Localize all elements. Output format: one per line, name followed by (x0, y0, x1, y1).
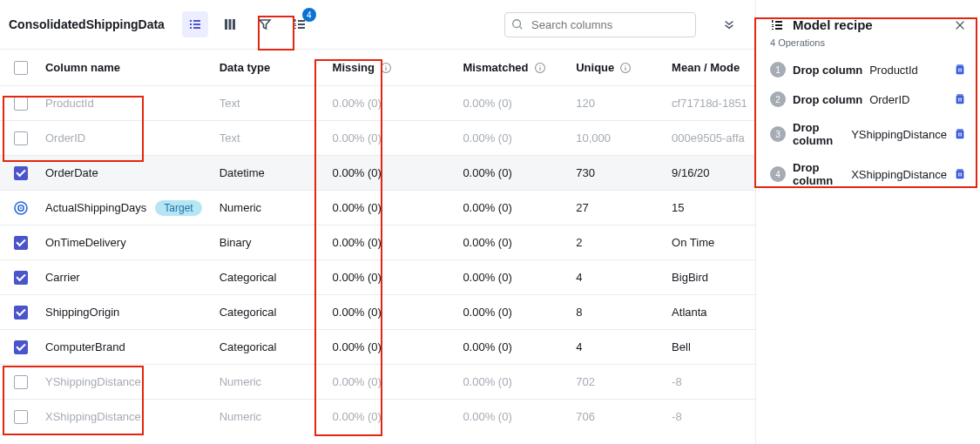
info-icon[interactable] (380, 62, 392, 74)
svg-rect-18 (957, 129, 963, 130)
column-name-cell: ComputerBrand (45, 340, 125, 353)
data-type-cell: Datetime (220, 166, 265, 179)
select-all-checkbox[interactable] (14, 61, 28, 75)
recipe-subtitle: 4 Operations (768, 36, 968, 55)
row-checkbox[interactable] (14, 131, 28, 145)
filter-button[interactable] (252, 11, 278, 37)
recipe-operation[interactable]: 3Drop columnYShippingDistance (768, 114, 968, 154)
table-row[interactable]: XShippingDistanceNumeric0.00% (0)0.00% (… (0, 399, 755, 434)
recipe-operation[interactable]: 4Drop columnXShippingDistance (768, 154, 968, 194)
table-header: Column name Data type Missing Mismatched… (0, 49, 755, 85)
data-type-cell: Numeric (220, 375, 261, 388)
row-checkbox[interactable] (14, 340, 28, 354)
table-row[interactable]: OrderIDText0.00% (0)0.00% (0)10,000000e9… (0, 120, 755, 155)
search-columns[interactable] (504, 12, 696, 37)
search-input[interactable] (504, 12, 696, 37)
recipe-op-name: Drop column (793, 121, 844, 147)
columns-table: Column name Data type Missing Mismatched… (0, 49, 755, 444)
svg-rect-22 (957, 169, 963, 170)
col-header-name[interactable]: Column name (45, 61, 120, 74)
row-checkbox[interactable] (14, 306, 28, 320)
svg-point-6 (20, 207, 22, 209)
chevron-double-down-icon (723, 18, 735, 30)
svg-rect-19 (956, 171, 964, 179)
collapse-button[interactable] (717, 12, 741, 37)
delete-op-button[interactable] (954, 168, 966, 180)
row-checkbox[interactable] (14, 236, 28, 250)
recipe-step-number: 1 (770, 62, 786, 77)
trash-icon (954, 64, 966, 76)
list-view-button[interactable] (182, 11, 208, 37)
recipe-button[interactable]: 4 (287, 11, 313, 37)
mismatched-cell: 0.00% (0) (463, 410, 511, 423)
col-header-mean[interactable]: Mean / Mode (672, 61, 740, 74)
table-row[interactable]: OnTimeDeliveryBinary0.00% (0)0.00% (0)2O… (0, 225, 755, 259)
recipe-op-name: Drop column (793, 93, 862, 106)
mismatched-cell: 0.00% (0) (463, 97, 511, 110)
missing-cell: 0.00% (0) (333, 201, 382, 214)
data-type-cell: Numeric (220, 201, 261, 214)
column-name-cell: XShippingDistance (45, 410, 141, 423)
col-header-mismatched[interactable]: Mismatched (463, 61, 528, 74)
data-type-cell: Categorical (220, 340, 277, 353)
data-type-cell: Binary (220, 236, 252, 249)
recipe-step-number: 3 (770, 126, 786, 142)
close-recipe-button[interactable] (954, 19, 966, 31)
col-header-unique[interactable]: Unique (576, 61, 614, 74)
col-header-type[interactable]: Data type (220, 61, 271, 74)
mean-cell: Bell (672, 340, 691, 353)
missing-cell: 0.00% (0) (333, 375, 382, 388)
table-row[interactable]: ShippingOriginCategorical0.00% (0)0.00% … (0, 294, 755, 329)
row-checkbox[interactable] (14, 271, 28, 285)
row-checkbox[interactable] (14, 97, 28, 111)
missing-cell: 0.00% (0) (333, 166, 382, 179)
recipe-operation[interactable]: 2Drop columnOrderID (768, 84, 968, 114)
data-type-cell: Numeric (220, 410, 261, 423)
target-icon (13, 200, 29, 216)
unique-cell: 2 (576, 236, 582, 249)
delete-op-button[interactable] (954, 93, 966, 105)
mean-cell: Atlanta (672, 306, 706, 319)
unique-cell: 4 (576, 340, 582, 353)
recipe-count-badge: 4 (302, 8, 316, 22)
recipe-operation[interactable]: 1Drop columnProductId (768, 55, 968, 84)
unique-cell: 120 (576, 97, 595, 110)
trash-icon (954, 168, 966, 180)
mean-cell: -8 (672, 410, 682, 423)
recipe-op-column: XShippingDistance (851, 168, 947, 181)
table-row[interactable]: ProductIdText0.00% (0)0.00% (0)120cf7171… (0, 85, 755, 120)
delete-op-button[interactable] (954, 64, 966, 76)
svg-rect-20 (958, 172, 959, 176)
missing-cell: 0.00% (0) (333, 131, 382, 145)
numbered-list-icon (770, 18, 784, 32)
unique-cell: 8 (576, 306, 582, 319)
column-name-cell: OrderID (45, 131, 85, 145)
mean-cell: -8 (672, 375, 682, 388)
delete-op-button[interactable] (954, 128, 966, 140)
target-pill: Target (155, 200, 201, 216)
missing-cell: 0.00% (0) (333, 410, 382, 423)
info-icon[interactable] (534, 62, 546, 74)
mismatched-cell: 0.00% (0) (463, 236, 511, 249)
table-row[interactable]: ActualShippingDaysTargetNumeric0.00% (0)… (0, 190, 755, 225)
data-type-cell: Text (220, 131, 240, 145)
info-icon[interactable] (619, 62, 632, 74)
col-header-missing[interactable]: Missing (333, 61, 375, 74)
table-row[interactable]: ComputerBrandCategorical0.00% (0)0.00% (… (0, 329, 755, 364)
unique-cell: 706 (576, 410, 595, 423)
list-icon (188, 17, 202, 31)
row-checkbox[interactable] (14, 410, 28, 424)
dataset-title: ConsolidatedShippingData (9, 17, 165, 31)
column-name-cell: Carrier (45, 271, 80, 284)
table-row[interactable]: CarrierCategorical0.00% (0)0.00% (0)4Big… (0, 259, 755, 294)
table-row[interactable]: YShippingDistanceNumeric0.00% (0)0.00% (… (0, 364, 755, 399)
grid-view-button[interactable] (217, 11, 243, 37)
table-row[interactable]: OrderDateDatetime0.00% (0)0.00% (0)7309/… (0, 155, 755, 190)
unique-cell: 730 (576, 166, 595, 179)
row-checkbox[interactable] (14, 166, 28, 180)
mismatched-cell: 0.00% (0) (463, 340, 511, 353)
row-checkbox[interactable] (14, 375, 28, 389)
search-icon (511, 18, 524, 30)
mismatched-cell: 0.00% (0) (463, 375, 511, 388)
column-name-cell: OrderDate (45, 166, 98, 179)
